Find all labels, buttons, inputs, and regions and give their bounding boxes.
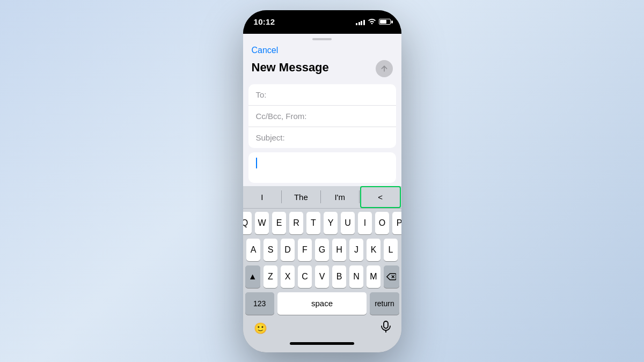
svg-rect-3 [384, 321, 388, 328]
compose-title-row: New Message [243, 58, 401, 84]
to-label: To: [256, 90, 286, 99]
key-o[interactable]: O [375, 212, 389, 234]
subject-label: Subject: [256, 133, 286, 142]
drag-handle-area [243, 34, 401, 40]
delete-key[interactable] [384, 265, 399, 288]
phone-frame: 10:12 Cancel [243, 10, 401, 352]
ccbcc-input[interactable] [307, 112, 396, 121]
shift-key[interactable]: ▲ [245, 265, 261, 288]
keyboard-accessory-bar: 🙂 [243, 317, 401, 339]
key-u[interactable]: U [341, 212, 355, 234]
key-i[interactable]: I [358, 212, 372, 234]
key-b[interactable]: B [332, 265, 346, 288]
key-row-1: Q W E R T Y U I O P [245, 212, 399, 234]
subject-field-row: Subject: [248, 127, 396, 148]
status-icons [356, 18, 391, 26]
text-cursor [256, 158, 257, 168]
space-key[interactable]: space [277, 292, 367, 315]
key-a[interactable]: A [246, 239, 260, 261]
key-c[interactable]: C [298, 265, 312, 288]
ccbcc-field-row: Cc/Bcc, From: [248, 106, 396, 127]
compose-title: New Message [252, 58, 376, 79]
key-m[interactable]: M [367, 265, 380, 288]
status-bar: 10:12 [243, 10, 401, 34]
key-e[interactable]: E [272, 212, 286, 234]
key-rows: Q W E R T Y U I O P A S D F G [243, 209, 401, 317]
battery-icon [379, 19, 391, 25]
compose-area: Cancel New Message To: Cc/Bcc, From: [243, 34, 401, 352]
mic-key[interactable] [381, 321, 391, 335]
predictive-item-the[interactable]: The [282, 186, 320, 208]
key-l[interactable]: L [384, 239, 398, 261]
key-j[interactable]: J [349, 239, 363, 261]
key-v[interactable]: V [315, 265, 329, 288]
key-f[interactable]: F [298, 239, 312, 261]
predictive-bar: I The I'm < [243, 186, 401, 209]
send-button[interactable] [376, 60, 393, 77]
keyboard: I The I'm < Q W [243, 186, 401, 352]
key-z[interactable]: Z [264, 265, 277, 288]
ccbcc-label: Cc/Bcc, From: [256, 112, 307, 121]
key-g[interactable]: G [315, 239, 329, 261]
home-indicator [290, 342, 354, 345]
cancel-button[interactable]: Cancel [252, 46, 279, 55]
wifi-icon [368, 18, 376, 26]
key-p[interactable]: P [392, 212, 401, 234]
compose-header: Cancel [243, 40, 401, 58]
emoji-key[interactable]: 🙂 [254, 322, 267, 335]
status-time: 10:12 [254, 17, 275, 26]
key-k[interactable]: K [367, 239, 380, 261]
predictive-item-im[interactable]: I'm [320, 186, 359, 208]
predictive-item-i[interactable]: I [243, 186, 282, 208]
key-d[interactable]: D [281, 239, 295, 261]
key-y[interactable]: Y [324, 212, 338, 234]
key-s[interactable]: S [264, 239, 277, 261]
to-input[interactable] [286, 90, 389, 99]
key-n[interactable]: N [349, 265, 363, 288]
key-r[interactable]: R [289, 212, 303, 234]
numbers-key[interactable]: 123 [245, 292, 274, 315]
key-t[interactable]: T [306, 212, 320, 234]
compose-fields: To: Cc/Bcc, From: Subject: [248, 84, 396, 148]
key-row-3: ▲ Z X C V B N M [245, 265, 399, 288]
body-area[interactable] [248, 152, 396, 183]
pred-divider-3 [359, 190, 360, 203]
key-row-bottom: 123 space return [245, 292, 399, 315]
to-field-row: To: [248, 84, 396, 106]
home-indicator-area [243, 339, 401, 350]
key-w[interactable]: W [255, 212, 269, 234]
key-x[interactable]: X [281, 265, 295, 288]
signal-icon [356, 19, 365, 25]
subject-input[interactable] [286, 133, 389, 142]
predictive-item-chevron[interactable]: < [360, 186, 401, 208]
key-h[interactable]: H [332, 239, 346, 261]
key-q[interactable]: Q [243, 212, 252, 234]
return-key[interactable]: return [370, 292, 399, 315]
key-row-2: A S D F G H J K L [245, 239, 399, 261]
